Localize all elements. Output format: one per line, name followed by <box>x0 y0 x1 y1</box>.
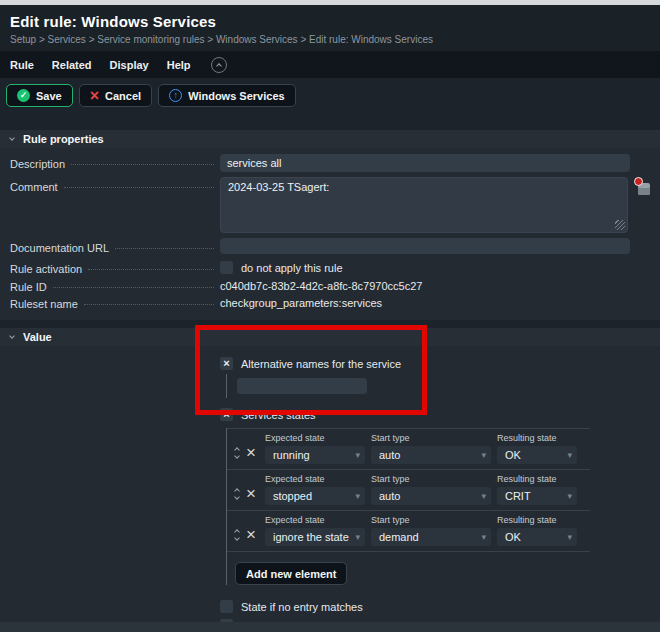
caret-down-icon: ▾ <box>567 446 572 464</box>
alternative-names-row: × Alternative names for the service <box>220 356 650 371</box>
insert-timestamp-icon[interactable] <box>634 177 650 195</box>
rule-activation-row: Rule activation do not apply this rule <box>10 259 650 275</box>
description-label: Description <box>10 158 65 170</box>
caret-down-icon: ▾ <box>481 487 486 505</box>
ruleset-name-value: checkgroup_parameters:services <box>220 294 630 309</box>
menu-help[interactable]: Help <box>167 59 191 71</box>
bottom-band <box>0 622 660 632</box>
value-header[interactable]: Value <box>0 328 660 346</box>
check-icon: ✓ <box>17 89 30 102</box>
ruleset-name-label: Ruleset name <box>10 298 78 310</box>
rule-id-row: Rule ID c040db7c-83b2-4d2c-a8fc-8c7970cc… <box>10 277 650 293</box>
caret-down-icon: ▾ <box>355 528 360 546</box>
x-icon: × <box>90 89 99 102</box>
resulting-state-select[interactable]: OK ▾ <box>497 446 577 464</box>
chevron-up-icon <box>216 63 222 69</box>
services-states-checkbox[interactable]: × <box>220 408 233 421</box>
section-title: Rule properties <box>23 133 104 145</box>
collapse-menu-button[interactable] <box>211 57 227 73</box>
start-type-select[interactable]: auto ▾ <box>371 487 491 505</box>
state-if-no-entry-row: State if no entry matches <box>220 599 650 614</box>
resize-handle[interactable] <box>615 220 625 230</box>
caret-down-icon: ▾ <box>567 528 572 546</box>
comment-textarea[interactable]: 2024-03-25 TSagert: <box>220 177 628 233</box>
comment-row: Comment 2024-03-25 TSagert: <box>10 177 650 233</box>
menu-related[interactable]: Related <box>52 59 92 71</box>
expected-state-select[interactable]: running ▾ <box>265 446 365 464</box>
delete-row-icon[interactable]: × <box>246 528 256 542</box>
caret-down-icon: ▾ <box>355 487 360 505</box>
dotted-leader <box>115 238 214 249</box>
caret-down-icon: ▾ <box>481 446 486 464</box>
description-input[interactable] <box>220 154 630 172</box>
value-body: × Alternative names for the service × Se… <box>0 346 660 632</box>
do-not-apply-checkbox[interactable] <box>220 261 233 274</box>
save-button[interactable]: ✓ Save <box>6 84 73 107</box>
do-not-apply-label: do not apply this rule <box>241 262 343 274</box>
start-type-label: Start type <box>371 433 491 443</box>
dotted-leader <box>71 154 214 165</box>
up-arrow-circle-icon: ↑ <box>169 89 182 102</box>
caret-down-icon: ▾ <box>481 528 486 546</box>
add-new-element-button[interactable]: Add new element <box>235 562 347 585</box>
state-if-no-entry-checkbox[interactable] <box>220 600 233 613</box>
documentation-url-input[interactable] <box>220 238 630 254</box>
value-section: Value × Alternative names for the servic… <box>0 328 660 632</box>
section-title: Value <box>23 331 52 343</box>
delete-row-icon[interactable]: × <box>246 446 256 460</box>
dotted-leader <box>53 277 214 288</box>
description-row: Description <box>10 154 650 172</box>
rule-activation-label: Rule activation <box>10 263 82 275</box>
chevron-down-icon <box>9 333 15 339</box>
alternative-names-input[interactable] <box>237 378 367 394</box>
start-type-select[interactable]: auto ▾ <box>371 446 491 464</box>
page-header: Edit rule: Windows Services Setup > Serv… <box>0 5 660 51</box>
breadcrumb[interactable]: Setup > Services > Service monitoring ru… <box>10 34 650 45</box>
rule-id-label: Rule ID <box>10 281 47 293</box>
state-row-2: × Expected state stopped ▾ Start type au… <box>227 470 590 511</box>
resulting-state-label: Resulting state <box>497 515 577 525</box>
documentation-url-row: Documentation URL <box>10 238 650 254</box>
state-if-no-entry-label: State if no entry matches <box>241 601 363 613</box>
resulting-state-label: Resulting state <box>497 433 577 443</box>
chevron-down-icon <box>234 494 240 500</box>
expected-state-label: Expected state <box>265 515 365 525</box>
chevron-up-icon <box>234 447 240 453</box>
caret-down-icon: ▾ <box>355 446 360 464</box>
expected-state-label: Expected state <box>265 433 365 443</box>
resulting-state-select[interactable]: OK ▾ <box>497 528 577 546</box>
caret-down-icon: ▾ <box>567 487 572 505</box>
comment-label: Comment <box>10 181 58 193</box>
ruleset-button[interactable]: ↑ Windows Services <box>158 84 296 107</box>
ruleset-name-row: Ruleset name checkgroup_parameters:servi… <box>10 294 650 310</box>
menubar: Rule Related Display Help <box>0 51 660 78</box>
move-row-control[interactable] <box>235 486 239 501</box>
chevron-up-icon <box>234 488 240 494</box>
documentation-url-label: Documentation URL <box>10 242 109 254</box>
toolbar: ✓ Save × Cancel ↑ Windows Services <box>0 78 660 116</box>
cancel-button[interactable]: × Cancel <box>79 84 152 107</box>
expected-state-select[interactable]: stopped ▾ <box>265 487 365 505</box>
alternative-names-checkbox[interactable]: × <box>220 357 233 370</box>
services-states-list: × Expected state running ▾ Start type au… <box>226 428 590 585</box>
start-type-label: Start type <box>371 515 491 525</box>
state-row-1: × Expected state running ▾ Start type au… <box>227 429 590 470</box>
expected-state-select[interactable]: ignore the state ▾ <box>265 528 365 546</box>
page-title: Edit rule: Windows Services <box>10 13 650 30</box>
start-type-label: Start type <box>371 474 491 484</box>
resulting-state-select[interactable]: CRIT ▾ <box>497 487 577 505</box>
rule-properties-header[interactable]: Rule properties <box>0 130 660 148</box>
rule-properties-section: Rule properties Description Comment 2024… <box>0 130 660 320</box>
menu-rule[interactable]: Rule <box>10 59 34 71</box>
dotted-leader <box>88 259 214 270</box>
expected-state-label: Expected state <box>265 474 365 484</box>
alternative-names-label: Alternative names for the service <box>241 358 401 370</box>
state-row-3: × Expected state ignore the state ▾ Star… <box>227 511 590 552</box>
services-states-row: × Services states <box>220 407 650 422</box>
menu-display[interactable]: Display <box>110 59 149 71</box>
start-type-select[interactable]: demand ▾ <box>371 528 491 546</box>
delete-row-icon[interactable]: × <box>246 487 256 501</box>
chevron-up-icon <box>234 529 240 535</box>
move-row-control[interactable] <box>235 445 239 460</box>
move-row-control[interactable] <box>235 527 239 542</box>
